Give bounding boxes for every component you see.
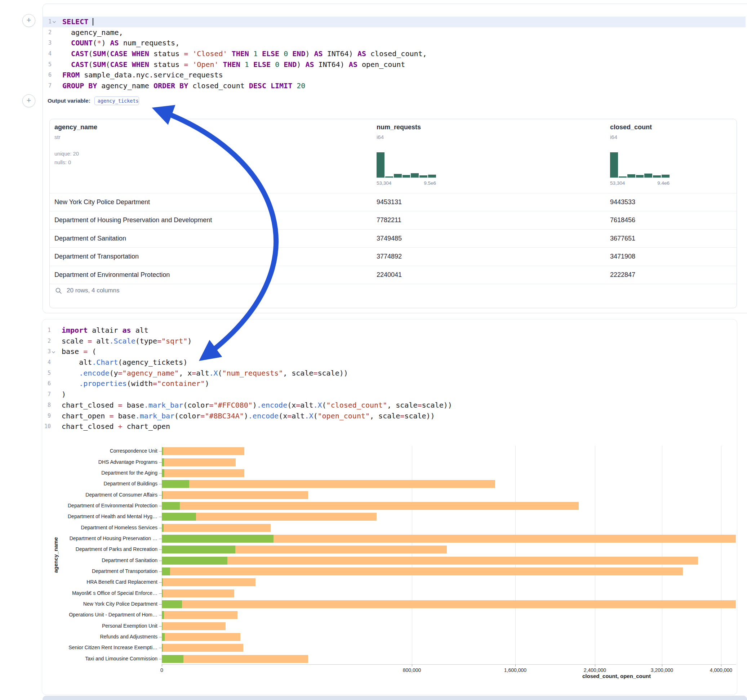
search-icon[interactable] xyxy=(55,287,62,294)
hist-min-label: 53,304 xyxy=(610,180,625,186)
code-text: SELECT xyxy=(62,17,93,27)
table-row[interactable]: Department of Sanitation37494853677651 xyxy=(50,229,736,247)
histogram-bar xyxy=(428,175,436,178)
bar-open-count xyxy=(162,513,196,520)
histogram-bar xyxy=(644,173,652,178)
fold-spacer xyxy=(51,400,56,411)
bar-open-count xyxy=(162,447,163,455)
column-header-num-requests[interactable]: num_requests i64 xyxy=(377,124,421,140)
text-cursor xyxy=(92,18,93,26)
line-number: 6 xyxy=(43,70,51,81)
table-row[interactable]: Department of Transportation377489234719… xyxy=(50,247,736,266)
bar-open-count xyxy=(162,469,164,477)
line-number: 4 xyxy=(42,357,51,368)
sql-editor[interactable]: 1SELECT 2 agency_name,3 COUNT(*) AS num_… xyxy=(43,17,745,92)
column-type: str xyxy=(54,134,97,140)
gridline xyxy=(515,446,516,664)
cell-agency-name: Department of Transportation xyxy=(54,248,372,266)
column-histogram xyxy=(377,152,436,178)
bar-closed-count xyxy=(162,590,234,597)
cell-closed-count: 9443533 xyxy=(610,193,635,211)
histogram-bar xyxy=(619,177,627,178)
fold-spacer xyxy=(51,379,56,389)
line-number: 7 xyxy=(42,389,51,400)
line-number: 3 xyxy=(43,38,51,48)
bar-open-count xyxy=(162,567,170,575)
fold-spacer xyxy=(51,411,56,422)
code-text: chart_closed = base.mark_bar(color="#FFC… xyxy=(62,400,452,411)
column-header-closed-count[interactable]: closed_count i64 xyxy=(610,124,652,140)
code-line: 6 .properties(width="container") xyxy=(42,379,735,389)
bar-closed-count xyxy=(162,611,237,619)
histogram-axis-labels: 53,304 9.5e6 xyxy=(377,180,436,186)
code-text: .properties(width="container") xyxy=(62,379,209,389)
column-type: i64 xyxy=(610,134,652,140)
histogram-bar xyxy=(653,175,661,178)
bar-open-count xyxy=(162,611,164,619)
table-row[interactable]: Department of Housing Preservation and D… xyxy=(50,211,736,229)
cell-agency-name: Department of Sanitation xyxy=(54,230,372,247)
python-editor[interactable]: 1import altair as alt2scale = alt.Scale(… xyxy=(42,325,735,432)
line-number: 1 xyxy=(43,17,51,27)
histogram-bar xyxy=(402,175,410,178)
bar-closed-count xyxy=(162,578,256,586)
histogram-bar xyxy=(419,175,427,178)
column-name: num_requests xyxy=(377,124,421,131)
dataframe-output: agency_name str unique: 20 nulls: 0 num_… xyxy=(49,119,737,308)
fold-spacer xyxy=(51,421,56,432)
histogram-bar xyxy=(610,152,618,178)
column-header-agency-name[interactable]: agency_name str xyxy=(54,124,97,140)
cell-agency-name: Department of Housing Preservation and D… xyxy=(54,211,372,229)
bar-open-count xyxy=(162,535,274,543)
bar-open-count xyxy=(162,491,163,499)
gridline xyxy=(662,446,662,664)
code-text: GROUP BY agency_name ORDER BY closed_cou… xyxy=(62,81,305,92)
notebook-page: { "colors": { "arrow": "#2353d4", "histo… xyxy=(0,0,747,700)
table-row[interactable]: Department of Environmental Protection22… xyxy=(50,266,736,284)
line-number: 4 xyxy=(43,48,51,59)
code-text: chart_closed + chart_open xyxy=(62,421,170,432)
cell-num-requests: 9453131 xyxy=(377,193,402,211)
add-cell-button[interactable]: + xyxy=(22,94,35,107)
histogram-bar xyxy=(662,175,670,178)
code-line: 9chart_open = base.mark_bar(color="#8BC3… xyxy=(42,411,735,422)
cell-closed-count: 3677651 xyxy=(610,230,635,247)
bar-open-count xyxy=(162,590,163,597)
fold-spacer xyxy=(51,70,57,81)
output-variable-chip[interactable]: agency_tickets xyxy=(94,97,139,105)
code-line: 4 CAST(SUM(CASE WHEN status = 'Closed' T… xyxy=(43,48,745,59)
fold-chevron-icon[interactable] xyxy=(51,346,56,357)
bar-open-count xyxy=(162,524,163,532)
cell-num-requests: 7782211 xyxy=(377,211,401,229)
code-line: 1import altair as alt xyxy=(42,325,735,336)
column-histogram xyxy=(610,152,670,178)
code-line: 7GROUP BY agency_name ORDER BY closed_co… xyxy=(43,81,745,92)
code-line: 8chart_closed = base.mark_bar(color="#FF… xyxy=(42,400,735,411)
table-footer: 20 rows, 4 columns xyxy=(55,287,119,294)
bar-open-count xyxy=(162,480,189,488)
line-number: 8 xyxy=(42,400,51,411)
bar-closed-count xyxy=(162,469,244,477)
bar-closed-count xyxy=(162,622,225,630)
bar-closed-count xyxy=(162,502,579,510)
table-footer-text: 20 rows, 4 columns xyxy=(67,287,119,294)
line-number: 2 xyxy=(42,336,51,347)
bar-closed-count xyxy=(162,524,271,532)
code-text: ) xyxy=(62,389,66,400)
code-line: 10chart_closed + chart_open xyxy=(42,421,735,432)
hist-min-label: 53,304 xyxy=(377,180,391,186)
column-name: agency_name xyxy=(54,124,97,131)
code-line: 2scale = alt.Scale(type="sqrt") xyxy=(42,336,735,347)
histogram-bar xyxy=(394,174,402,178)
output-variable-label: Output variable: xyxy=(48,98,91,104)
cell-closed-count: 2222847 xyxy=(610,266,635,284)
fold-chevron-icon[interactable] xyxy=(51,17,57,27)
bar-open-count xyxy=(162,459,164,466)
code-line: 5 CAST(SUM(CASE WHEN status = 'Open' THE… xyxy=(43,59,745,70)
bar-open-count xyxy=(162,578,163,586)
table-row[interactable]: New York City Police Department945313194… xyxy=(50,193,736,211)
fold-spacer xyxy=(51,389,56,400)
add-cell-button[interactable]: + xyxy=(22,14,35,27)
bar-closed-count xyxy=(162,600,736,608)
cell-agency-name: New York City Police Department xyxy=(54,193,372,211)
